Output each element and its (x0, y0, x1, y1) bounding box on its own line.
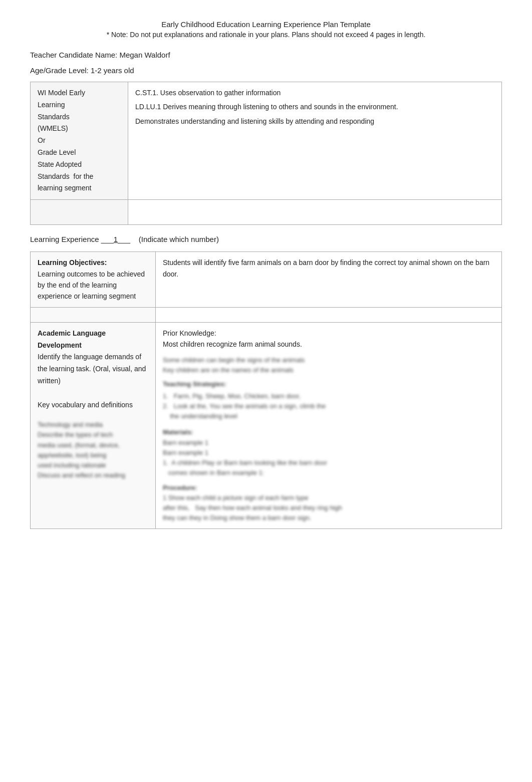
standard-2: LD.LU.1 Derives meaning through listenin… (135, 101, 494, 112)
blurred-materials-heading: Materials: (163, 427, 494, 437)
teacher-field: Teacher Candidate Name: Megan Waldorf (30, 51, 502, 59)
academic-language-row: Academic Language Development Identify t… (31, 322, 502, 529)
wmels-spacer-row (31, 200, 502, 225)
le-number-suffix: ___ (118, 235, 130, 243)
prior-knowledge-text: Most children recognize farm animal soun… (163, 339, 494, 350)
standards-text: C.ST.1. Uses observation to gather infor… (135, 87, 494, 127)
objectives-spacer-row (31, 307, 502, 322)
page-note: * Note: Do not put explanations and rati… (30, 31, 502, 39)
objectives-row: Learning Objectives: Learning outcomes t… (31, 252, 502, 308)
blurred-right-text-1: Some children can begin the signs of the… (163, 355, 494, 375)
teaching-strategies-heading: Teaching Strategies: (163, 379, 494, 389)
learning-details-table: Learning Objectives: Learning outcomes t… (30, 251, 502, 529)
academic-language-label: Academic Language Development Identify t… (38, 328, 148, 411)
objectives-right-cell: Students will identify five farm animals… (156, 252, 502, 308)
academic-language-right-cell: Prior Knowledge: Most children recognize… (156, 322, 502, 529)
blurred-materials-list: Barn example 1 Barn example 1 1. A child… (163, 438, 494, 478)
objectives-left-cell: Learning Objectives: Learning outcomes t… (31, 252, 156, 308)
blurred-materials-block: Materials: Barn example 1 Barn example 1… (163, 427, 494, 478)
learning-experience-header: Learning Experience ___1___ (Indicate wh… (30, 235, 502, 243)
blurred-left-text: Technology and media Describe the types … (38, 420, 148, 480)
academic-language-left-cell: Academic Language Development Identify t… (31, 322, 156, 529)
standard-1: C.ST.1. Uses observation to gather infor… (135, 87, 494, 98)
objectives-label: Learning Objectives: Learning outcomes t… (38, 257, 148, 302)
wmels-right-cell: C.ST.1. Uses observation to gather infor… (128, 82, 502, 200)
teacher-label: Teacher Candidate Name: (30, 51, 117, 59)
le-number: 1 (114, 235, 118, 243)
prior-knowledge-label: Prior Knowledge: (163, 328, 494, 339)
blurred-procedure-heading: Procedure: (163, 483, 494, 493)
page-header: Early Childhood Education Learning Exper… (30, 20, 502, 39)
grade-value: 1-2 years old (91, 66, 134, 75)
wmels-row: WI Model EarlyLearningStandards(WMELS)Or… (31, 82, 502, 200)
blurred-procedure-block: Procedure: 1 Show each child a picture s… (163, 483, 494, 524)
wmels-left-cell: WI Model EarlyLearningStandards(WMELS)Or… (31, 82, 128, 200)
objectives-text: Students will identify five farm animals… (163, 257, 494, 280)
blurred-strategies: 1. Farm, Pig, Sheep, Moo, Chicken, barn … (163, 391, 494, 421)
left-blurred-block: Technology and media Describe the types … (38, 420, 148, 480)
page-title: Early Childhood Education Learning Exper… (30, 20, 502, 29)
wmels-spacer-right (128, 200, 502, 225)
objectives-spacer-left (31, 307, 156, 322)
grade-label: Age/Grade Level: (30, 66, 89, 75)
wmels-table: WI Model EarlyLearningStandards(WMELS)Or… (30, 82, 502, 225)
wmels-label-text: WI Model EarlyLearningStandards(WMELS)Or… (38, 87, 121, 194)
le-indicate: (Indicate which number) (139, 235, 219, 243)
objectives-spacer-right (156, 307, 502, 322)
blurred-procedure-text: 1 Show each child a picture sign of each… (163, 493, 494, 523)
grade-field: Age/Grade Level: 1-2 years old (30, 66, 502, 75)
teacher-value: Megan Waldorf (119, 51, 170, 59)
le-label: Learning Experience ___ (30, 235, 114, 243)
standard-3: Demonstrates understanding and listening… (135, 116, 494, 127)
wmels-spacer-left (31, 200, 128, 225)
